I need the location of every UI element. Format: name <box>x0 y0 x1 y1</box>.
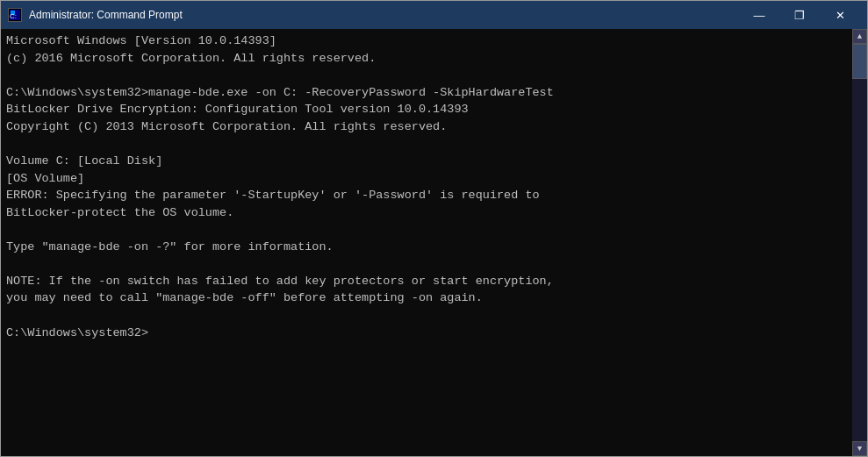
scrollbar-track-area <box>852 44 867 441</box>
svg-text:C:: C: <box>10 12 17 20</box>
scrollbar[interactable]: ▲ ▼ <box>852 29 867 456</box>
scrollbar-thumb[interactable] <box>852 44 867 79</box>
maximize-button[interactable]: ❐ <box>779 1 820 29</box>
window-icon: C: <box>8 8 22 22</box>
cmd-window: C: Administrator: Command Prompt — ❐ ✕ M… <box>0 0 868 457</box>
console-area: Microsoft Windows [Version 10.0.14393] (… <box>1 29 867 456</box>
close-button[interactable]: ✕ <box>820 1 860 29</box>
title-bar: C: Administrator: Command Prompt — ❐ ✕ <box>1 1 867 29</box>
scroll-down-button[interactable]: ▼ <box>852 441 867 456</box>
minimize-button[interactable]: — <box>739 1 779 29</box>
window-title: Administrator: Command Prompt <box>29 9 739 21</box>
scroll-up-button[interactable]: ▲ <box>852 29 867 44</box>
console-output[interactable]: Microsoft Windows [Version 10.0.14393] (… <box>1 29 852 456</box>
window-controls: — ❐ ✕ <box>739 1 860 29</box>
